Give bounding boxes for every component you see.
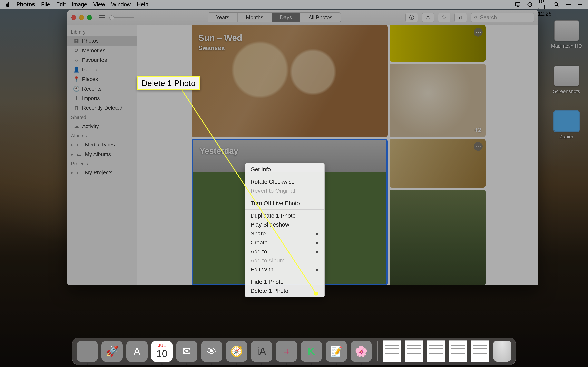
sidebar-item-media-types[interactable]: ▸▭Media Types — [67, 140, 137, 150]
sidebar-toggle-icon[interactable] — [99, 15, 105, 20]
notification-center-icon[interactable] — [577, 2, 583, 7]
window-fullscreen[interactable] — [87, 15, 92, 20]
photo-thumb-food[interactable]: +2 — [389, 64, 485, 137]
photo-grid: Sun – Wed Swansea ⋯ +2 Yesterday ⋯ — [137, 25, 538, 285]
menu-edit[interactable]: Edit — [56, 1, 66, 8]
dock-iawriter[interactable]: iA — [251, 341, 272, 362]
seg-all[interactable]: All Photos — [300, 13, 341, 22]
dock-document[interactable] — [427, 341, 445, 362]
sidebar-section-shared: Shared — [67, 113, 137, 122]
photos-icon: ▦ — [73, 38, 79, 44]
clock-icon: 🕘 — [73, 86, 79, 92]
desktop-icon-screenshots[interactable]: Screenshots — [551, 66, 582, 95]
album-icon: ▭ — [76, 170, 82, 175]
menu-play-slideshow[interactable]: Play Slideshow — [245, 220, 324, 229]
dock-preview[interactable]: 👁 — [201, 341, 222, 362]
annotation-callout: Delete 1 Photo — [137, 76, 200, 90]
sidebar-item-recently-deleted[interactable]: 🗑Recently Deleted — [67, 103, 137, 113]
zoom-slider[interactable] — [109, 17, 134, 18]
menu-get-info[interactable]: Get Info — [245, 165, 324, 174]
menu-duplicate[interactable]: Duplicate 1 Photo — [245, 211, 324, 220]
more-icon[interactable]: ⋯ — [474, 142, 483, 151]
sidebar-item-memories[interactable]: ↺Memories — [67, 46, 137, 55]
favourite-button[interactable]: ♡ — [438, 13, 450, 22]
more-icon[interactable]: ⋯ — [474, 28, 483, 37]
photo-thumb-bread[interactable]: ⋯ — [389, 139, 485, 188]
menu-add-to[interactable]: Add to — [245, 247, 324, 256]
dock-trash[interactable] — [493, 341, 511, 362]
chevron-right-icon: ▸ — [71, 169, 73, 176]
siri-icon[interactable]: ••• — [566, 2, 571, 7]
sidebar-item-label: Imports — [82, 95, 100, 101]
photo-card-hero[interactable]: Sun – Wed Swansea — [191, 25, 388, 137]
sidebar-item-label: Photos — [82, 38, 99, 44]
timemachine-icon[interactable] — [527, 2, 532, 7]
menu-share[interactable]: Share — [245, 229, 324, 238]
dock-knotes[interactable]: K — [301, 341, 322, 362]
dock-divider — [377, 341, 378, 361]
dock-launchpad[interactable]: 🚀 — [102, 341, 123, 362]
window-close[interactable] — [71, 15, 76, 20]
sidebar-item-imports[interactable]: ⬇Imports — [67, 94, 137, 103]
menu-view[interactable]: View — [93, 1, 105, 8]
desktop-icon-zapier[interactable]: Zapier — [554, 111, 579, 140]
dock-mail[interactable]: ✉ — [176, 341, 198, 362]
share-button[interactable] — [422, 13, 434, 22]
dock-finder[interactable] — [77, 341, 98, 362]
dock-slack[interactable]: ⌗ — [276, 341, 297, 362]
seg-days[interactable]: Days — [272, 13, 300, 22]
menu-delete-photo[interactable]: Delete 1 Photo — [245, 286, 324, 295]
sidebar-item-my-projects[interactable]: ▸▭My Projects — [67, 168, 137, 177]
dock-document[interactable] — [405, 341, 423, 362]
search-field[interactable]: Search — [471, 13, 534, 22]
sidebar-item-label: Recently Deleted — [82, 105, 122, 111]
sidebar-item-photos[interactable]: ▦Photos — [67, 36, 137, 46]
view-segmented: Years Months Days All Photos — [208, 12, 341, 22]
dock-textedit[interactable]: 📝 — [326, 341, 347, 362]
airplay-icon[interactable] — [515, 2, 521, 7]
dock-document[interactable] — [449, 341, 467, 362]
spotlight-icon[interactable] — [554, 2, 559, 7]
seg-months[interactable]: Months — [238, 13, 272, 22]
apple-menu-icon[interactable] — [5, 1, 11, 8]
sidebar-item-activity[interactable]: ☁Activity — [67, 122, 137, 131]
sidebar-item-favourites[interactable]: ♡Favourites — [67, 55, 137, 65]
info-button[interactable]: ⓘ — [406, 13, 418, 22]
dock-appstore[interactable]: A — [126, 341, 148, 362]
dock-safari[interactable]: 🧭 — [226, 341, 247, 362]
menu-hide-photo[interactable]: Hide 1 Photo — [245, 277, 324, 286]
svg-point-2 — [555, 3, 558, 6]
sidebar-item-people[interactable]: 👤People — [67, 65, 137, 75]
menu-create[interactable]: Create — [245, 238, 324, 247]
dock-photos[interactable]: 🌸 — [351, 341, 372, 362]
desktop-icon-hd[interactable]: Macintosh HD — [549, 20, 584, 49]
sidebar-item-places[interactable]: 📍Places — [67, 75, 137, 84]
sidebar: Library ▦Photos ↺Memories ♡Favourites 👤P… — [67, 25, 137, 285]
seg-years[interactable]: Years — [208, 13, 238, 22]
menu-rotate-clockwise[interactable]: Rotate Clockwise — [245, 177, 324, 186]
menu-add-to-album: Add to Album — [245, 256, 324, 265]
search-icon — [474, 16, 478, 20]
menu-window[interactable]: Window — [111, 1, 131, 8]
sidebar-item-my-albums[interactable]: ▸▭My Albums — [67, 150, 137, 159]
dock-document[interactable] — [383, 341, 401, 362]
menu-help[interactable]: Help — [137, 1, 148, 8]
app-name[interactable]: Photos — [16, 1, 35, 8]
menu-file[interactable]: File — [41, 1, 50, 8]
menu-image[interactable]: Image — [72, 1, 87, 8]
menubar[interactable]: Photos File Edit Image View Window Help … — [0, 0, 588, 9]
sidebar-item-recents[interactable]: 🕘Recents — [67, 84, 137, 94]
menubar-datetime[interactable]: Fri 10 Jul 12:26 — [542, 2, 548, 7]
zoom-max-icon[interactable] — [138, 15, 143, 20]
cloud-icon: ☁ — [73, 124, 79, 129]
window-minimize[interactable] — [79, 15, 84, 20]
sidebar-section-albums: Albums — [67, 131, 137, 140]
rotate-button[interactable] — [454, 13, 467, 22]
menu-turn-off-live[interactable]: Turn Off Live Photo — [245, 199, 324, 208]
dock-document[interactable] — [471, 341, 489, 362]
dock-calendar[interactable]: JUL10 — [151, 341, 173, 362]
menu-revert-original: Revert to Original — [245, 186, 324, 195]
menu-edit-with[interactable]: Edit With — [245, 265, 324, 274]
photo-thumb-garden[interactable] — [389, 190, 485, 285]
photo-thumb-poster[interactable]: ⋯ — [389, 25, 485, 62]
